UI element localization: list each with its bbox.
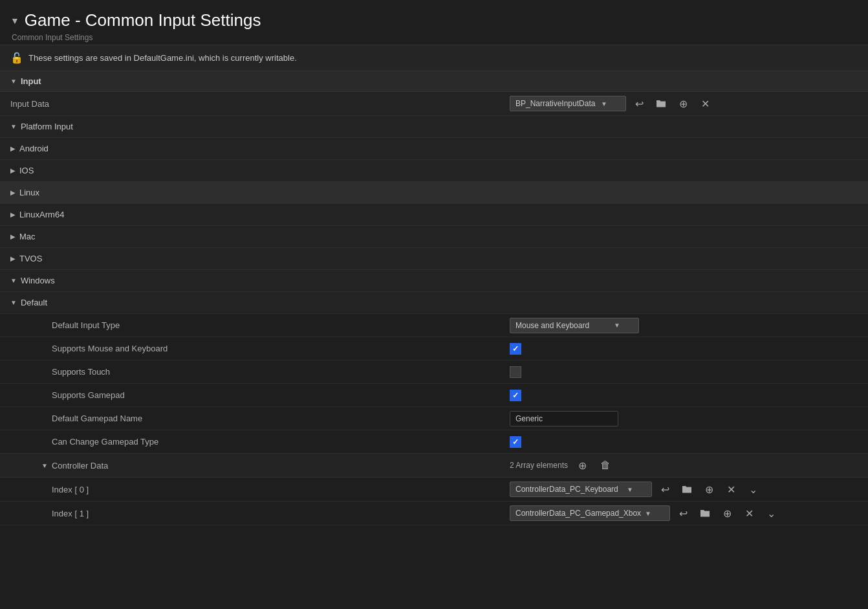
tvos-row[interactable]: ▶ TVOS [0, 248, 868, 270]
controller-data-index0-expand-btn[interactable]: ⌄ [744, 480, 762, 498]
input-data-close-btn[interactable]: ✕ [696, 94, 714, 113]
page-header: ▼ Game - Common Input Settings Common In… [0, 0, 868, 45]
platform-input-text: Platform Input [21, 122, 73, 131]
title-collapse-arrow[interactable]: ▼ [10, 16, 19, 26]
array-count-text: 2 Array elements [510, 461, 568, 470]
linux-row[interactable]: ▶ Linux [0, 182, 868, 204]
android-label: ▶ Android [0, 138, 59, 159]
default-row[interactable]: ▼ Default [0, 292, 868, 314]
supports-touch-value-cell [505, 364, 868, 381]
linuxarm64-row[interactable]: ▶ LinuxArm64 [0, 204, 868, 226]
controller-data-index0-row: Index [ 0 ] ControllerData_PC_Keyboard ▼… [0, 478, 868, 502]
linux-label: ▶ Linux [0, 183, 50, 203]
controller-data-index1-dropdown[interactable]: ControllerData_PC_Gamepad_Xbox ▼ [510, 505, 670, 521]
controller-data-arrow[interactable]: ▼ [41, 462, 48, 469]
default-text: Default [21, 298, 47, 307]
supports-touch-label: Supports Touch [0, 362, 505, 382]
input-data-back-btn[interactable]: ↩ [630, 94, 648, 113]
controller-data-index0-value-cell: ControllerData_PC_Keyboard ▼ ↩ ⊕ ✕ ⌄ [505, 478, 868, 501]
controller-data-index1-close-btn[interactable]: ✕ [740, 504, 758, 522]
controller-data-index0-folder-btn[interactable] [678, 480, 696, 498]
controller-data-index1-folder-btn[interactable] [696, 504, 714, 522]
input-data-row: Input Data BP_NarrativeInputData ▼ ↩ ⊕ ✕ [0, 92, 868, 116]
default-input-type-dropdown-arrow: ▼ [614, 322, 620, 329]
platform-input-row[interactable]: ▼ Platform Input [0, 116, 868, 138]
ios-row[interactable]: ▶ IOS [0, 160, 868, 182]
default-gamepad-name-input[interactable] [510, 411, 618, 426]
android-text: Android [19, 144, 49, 153]
ios-text: IOS [19, 166, 34, 175]
can-change-gamepad-value-cell [505, 434, 868, 450]
input-data-label: Input Data [0, 94, 505, 114]
controller-data-text: Controller Data [52, 461, 108, 471]
tvos-text: TVOS [19, 254, 42, 263]
can-change-gamepad-checkbox[interactable] [510, 436, 521, 448]
supports-mouse-value-cell [505, 340, 868, 357]
controller-data-index0-dropdown-value: ControllerData_PC_Keyboard [515, 485, 618, 494]
supports-mouse-checkbox[interactable] [510, 343, 521, 355]
can-change-gamepad-row: Can Change Gamepad Type [0, 430, 868, 454]
controller-data-add-btn[interactable]: ⊕ [573, 456, 591, 474]
input-section-header[interactable]: ▼ Input [0, 71, 868, 92]
input-data-dropdown-value: BP_NarrativeInputData [515, 99, 595, 108]
mac-label: ▶ Mac [0, 227, 46, 247]
info-text: These settings are saved in DefaultGame.… [28, 53, 297, 63]
input-data-dropdown-arrow: ▼ [601, 100, 607, 107]
android-row[interactable]: ▶ Android [0, 138, 868, 160]
controller-data-index1-add-btn[interactable]: ⊕ [718, 504, 736, 522]
controller-data-index0-back-btn[interactable]: ↩ [656, 480, 674, 498]
input-data-folder-btn[interactable] [652, 94, 670, 113]
controller-data-index1-label: Index [ 1 ] [0, 504, 505, 524]
ios-label: ▶ IOS [0, 161, 44, 181]
default-label: ▼ Default [0, 293, 58, 313]
controller-data-index0-dropdown[interactable]: ControllerData_PC_Keyboard ▼ [510, 482, 652, 497]
mac-row[interactable]: ▶ Mac [0, 226, 868, 248]
default-input-type-dropdown-value: Mouse and Keyboard [515, 321, 589, 330]
controller-data-index0-label: Index [ 0 ] [0, 480, 505, 500]
title-text: Game - Common Input Settings [25, 10, 261, 30]
default-gamepad-name-value-cell [505, 408, 868, 429]
page-title: ▼ Game - Common Input Settings [10, 10, 858, 30]
default-input-type-row: Default Input Type Mouse and Keyboard ▼ [0, 314, 868, 337]
tvos-label: ▶ TVOS [0, 249, 52, 269]
controller-data-row: ▼ Controller Data 2 Array elements ⊕ 🗑 [0, 454, 868, 478]
windows-row[interactable]: ▼ Windows [0, 270, 868, 292]
ios-arrow: ▶ [10, 167, 16, 174]
linuxarm64-text: LinuxArm64 [19, 210, 64, 219]
linux-arrow: ▶ [10, 189, 16, 196]
controller-data-label: ▼ Controller Data [0, 456, 505, 476]
controller-data-delete-btn[interactable]: 🗑 [596, 456, 614, 474]
controller-data-value-cell: 2 Array elements ⊕ 🗑 [505, 454, 868, 477]
mac-arrow: ▶ [10, 233, 16, 240]
input-data-value-cell: BP_NarrativeInputData ▼ ↩ ⊕ ✕ [505, 92, 868, 115]
input-section-arrow: ▼ [10, 78, 17, 85]
controller-data-index1-back-btn[interactable]: ↩ [674, 504, 692, 522]
default-gamepad-name-label: Default Gamepad Name [0, 408, 505, 428]
linux-text: Linux [19, 188, 39, 197]
linuxarm64-arrow: ▶ [10, 211, 16, 218]
default-input-type-label: Default Input Type [0, 315, 505, 335]
input-section-label: Input [21, 76, 41, 86]
windows-label: ▼ Windows [0, 271, 65, 291]
supports-gamepad-row: Supports Gamepad [0, 384, 868, 407]
default-input-type-dropdown[interactable]: Mouse and Keyboard ▼ [510, 318, 639, 333]
default-input-type-value-cell: Mouse and Keyboard ▼ [505, 315, 868, 336]
supports-gamepad-value-cell [505, 387, 868, 404]
supports-gamepad-label: Supports Gamepad [0, 385, 505, 405]
tvos-arrow: ▶ [10, 255, 16, 262]
controller-data-index1-dropdown-arrow: ▼ [645, 510, 651, 517]
supports-gamepad-checkbox[interactable] [510, 390, 521, 401]
controller-data-index1-row: Index [ 1 ] ControllerData_PC_Gamepad_Xb… [0, 502, 868, 526]
array-info: 2 Array elements ⊕ 🗑 [510, 456, 614, 474]
supports-mouse-row: Supports Mouse and Keyboard [0, 337, 868, 360]
input-data-add-btn[interactable]: ⊕ [674, 94, 692, 113]
platform-input-arrow: ▼ [10, 123, 17, 130]
controller-data-index1-expand-btn[interactable]: ⌄ [762, 504, 780, 522]
lock-icon: 🔓 [10, 52, 23, 64]
controller-data-index0-close-btn[interactable]: ✕ [722, 480, 740, 498]
mac-text: Mac [19, 232, 36, 241]
input-data-dropdown[interactable]: BP_NarrativeInputData ▼ [510, 96, 626, 111]
supports-touch-checkbox[interactable] [510, 366, 521, 378]
controller-data-index0-add-btn[interactable]: ⊕ [700, 480, 718, 498]
can-change-gamepad-label: Can Change Gamepad Type [0, 432, 505, 452]
